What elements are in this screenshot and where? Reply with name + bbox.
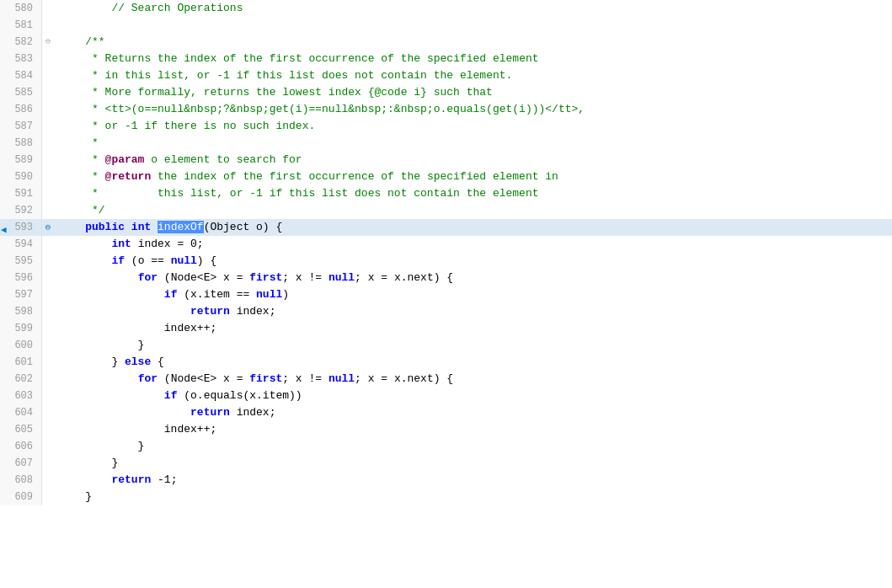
code-line: 600 } [0,337,892,354]
line-number: 580 [0,0,42,17]
line-code: for (Node<E> x = first; x != null; x = x… [54,270,892,286]
line-code: return index; [54,404,892,421]
line-number: 607 [0,455,42,472]
fold-indicator[interactable] [42,168,54,185]
fold-indicator[interactable] [42,354,54,371]
line-number: 598 [0,303,42,320]
code-line: 583 * Returns the index of the first occ… [0,51,892,67]
code-line: 592 */ [0,202,892,219]
fold-indicator[interactable] [42,404,54,421]
code-line: 603 if (o.equals(x.item)) [0,388,892,404]
line-number: 603 [0,388,42,404]
fold-indicator[interactable] [42,84,54,101]
fold-indicator[interactable] [42,337,54,354]
code-line: 609 } [0,489,892,505]
line-number: 594 [0,236,42,253]
code-line: 589 * @param o element to search for [0,152,892,168]
code-line: 606 } [0,438,892,455]
fold-indicator[interactable] [42,101,54,118]
fold-indicator[interactable] [42,371,54,388]
fold-indicator[interactable] [42,253,54,270]
line-code: * or -1 if there is no such index. [54,118,892,135]
fold-indicator[interactable] [42,185,54,202]
code-line: 586 * <tt>(o==null&nbsp;?&nbsp;get(i)==n… [0,101,892,118]
line-number: 582 [0,34,42,51]
line-code: } [54,455,892,472]
code-line: 585 * More formally, returns the lowest … [0,84,892,101]
line-number: 608 [0,472,42,489]
line-code: * @return the index of the first occurre… [54,168,892,185]
line-number: 609 [0,489,42,505]
fold-indicator[interactable] [42,135,54,152]
line-code: * @param o element to search for [54,152,892,168]
line-number: 590 [0,168,42,185]
line-code [54,17,892,34]
line-code: if (o == null) { [54,253,892,270]
fold-indicator[interactable] [42,202,54,219]
fold-indicator[interactable] [42,286,54,303]
fold-indicator[interactable] [42,455,54,472]
line-number: 586 [0,101,42,118]
code-editor: 580 // Search Operations 581 582 ⊖ /** 5… [0,0,892,588]
code-line: 582 ⊖ /** [0,34,892,51]
line-code: * this list, or -1 if this list does not… [54,185,892,202]
line-code: int index = 0; [54,236,892,253]
fold-indicator[interactable] [42,236,54,253]
code-line: 607 } [0,455,892,472]
line-code: return -1; [54,472,892,489]
fold-indicator[interactable] [42,303,54,320]
code-line: 602 for (Node<E> x = first; x != null; x… [0,371,892,388]
fold-indicator[interactable] [42,388,54,404]
line-number: 596 [0,270,42,286]
line-number: 595 [0,253,42,270]
code-line: 604 return index; [0,404,892,421]
line-number: 584 [0,67,42,84]
fold-indicator[interactable]: ⊖ [42,34,54,51]
line-code: index++; [54,320,892,337]
code-line-highlighted: 593 ⊖ public int indexOf(Object o) { ◀ [0,219,892,236]
fold-indicator[interactable] [42,0,54,17]
line-number: 589 [0,152,42,168]
fold-indicator[interactable]: ⊖ [42,219,54,236]
fold-indicator[interactable] [42,17,54,34]
code-line: 605 index++; [0,421,892,438]
code-line: 587 * or -1 if there is no such index. [0,118,892,135]
code-line: 599 index++; [0,320,892,337]
code-line: 595 if (o == null) { [0,253,892,270]
code-line: 596 for (Node<E> x = first; x != null; x… [0,270,892,286]
fold-indicator[interactable] [42,67,54,84]
fold-indicator[interactable] [42,421,54,438]
line-code: } [54,489,892,505]
line-number: 591 [0,185,42,202]
line-number: 597 [0,286,42,303]
line-code: * Returns the index of the first occurre… [54,51,892,67]
line-code: /** [54,34,892,51]
fold-indicator[interactable] [42,118,54,135]
fold-indicator[interactable] [42,472,54,489]
code-line: 594 int index = 0; [0,236,892,253]
line-number: 585 [0,84,42,101]
line-code: * <tt>(o==null&nbsp;?&nbsp;get(i)==null&… [54,101,892,118]
line-number: 583 [0,51,42,67]
line-number: 606 [0,438,42,455]
line-number: 601 [0,354,42,371]
line-code: // Search Operations [54,0,892,17]
fold-indicator[interactable] [42,152,54,168]
code-line: 590 * @return the index of the first occ… [0,168,892,185]
code-line: 580 // Search Operations [0,0,892,17]
line-code: if (o.equals(x.item)) [54,388,892,404]
code-line: 584 * in this list, or -1 if this list d… [0,67,892,84]
line-number: 604 [0,404,42,421]
fold-indicator[interactable] [42,438,54,455]
line-number: 600 [0,337,42,354]
line-code: index++; [54,421,892,438]
code-line: 591 * this list, or -1 if this list does… [0,185,892,202]
code-line: 581 [0,17,892,34]
fold-indicator[interactable] [42,51,54,67]
fold-indicator[interactable] [42,270,54,286]
fold-indicator[interactable] [42,489,54,505]
line-number: 588 [0,135,42,152]
line-code: * More formally, returns the lowest inde… [54,84,892,101]
code-line: 601 } else { [0,354,892,371]
fold-indicator[interactable] [42,320,54,337]
